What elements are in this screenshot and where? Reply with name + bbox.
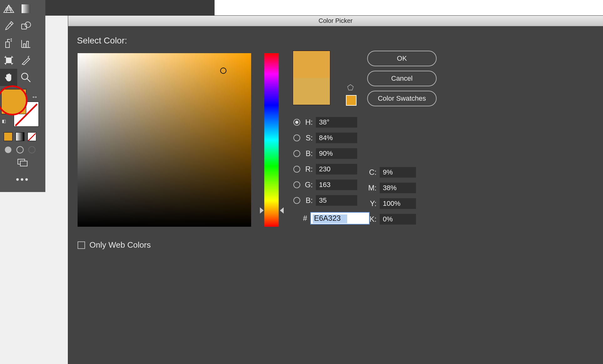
green-input[interactable] (316, 179, 357, 190)
svg-point-8 (29, 147, 35, 153)
only-web-colors-label: Only Web Colors (89, 240, 151, 250)
black-label: K: (367, 215, 377, 224)
cancel-button[interactable]: Cancel (367, 71, 437, 86)
saturation-radio[interactable] (293, 134, 300, 141)
ok-button[interactable]: OK (367, 51, 437, 66)
cmyk-fields: C: M: Y: K: (367, 167, 416, 225)
svg-rect-10 (20, 161, 27, 166)
select-color-heading: Select Color: (77, 36, 594, 46)
gradient-tool-icon[interactable] (17, 0, 34, 17)
yellow-label: Y: (367, 199, 377, 208)
hex-input[interactable] (310, 212, 370, 225)
fill-stroke-swatches: ↔ ◧ (0, 88, 45, 132)
zoom-tool-icon[interactable] (17, 69, 34, 86)
blue-radio[interactable] (293, 197, 300, 204)
color-swatches-button[interactable]: Color Swatches (367, 91, 437, 106)
black-input[interactable] (380, 214, 416, 225)
brightness-input[interactable] (316, 148, 357, 159)
screen-mode-icon[interactable] (17, 157, 29, 168)
screen-mode-row (0, 145, 45, 154)
hue-slider-handle-left[interactable] (260, 207, 264, 214)
sat-field-cursor[interactable] (220, 68, 226, 74)
cyan-label: C: (367, 168, 377, 177)
color-preview (293, 51, 330, 105)
hex-label: # (293, 214, 307, 223)
edit-toolbar-icon[interactable]: ••• (0, 174, 45, 185)
svg-point-6 (5, 147, 12, 153)
yellow-input[interactable] (380, 198, 416, 209)
swap-fill-stroke-icon[interactable]: ↔ (31, 93, 38, 101)
dialog-title: Color Picker (319, 17, 353, 24)
color-mode-none[interactable] (28, 132, 36, 141)
draw-normal-icon[interactable] (4, 145, 13, 154)
new-color-preview (293, 51, 330, 78)
svg-rect-0 (22, 4, 30, 13)
svg-point-5 (22, 73, 28, 79)
svg-point-7 (17, 147, 23, 153)
canvas-area (215, 0, 603, 16)
blue-input[interactable] (316, 195, 357, 206)
color-mode-solid[interactable] (4, 132, 13, 141)
perspective-grid-tool-icon[interactable] (0, 0, 17, 17)
column-graph-tool-icon[interactable] (17, 34, 34, 52)
svg-rect-4 (6, 58, 11, 63)
hue-input[interactable] (316, 117, 357, 128)
color-mode-gradient[interactable] (16, 132, 24, 141)
blend-tool-icon[interactable] (17, 17, 34, 34)
eyedropper-tool-icon[interactable] (0, 17, 17, 34)
dialog-titlebar[interactable]: Color Picker (68, 16, 603, 26)
artboard-tool-icon[interactable] (0, 52, 17, 69)
tools-panel: ↔ ◧ ••• (0, 0, 45, 192)
draw-behind-icon[interactable] (16, 145, 24, 154)
svg-rect-3 (6, 42, 9, 48)
brightness-label: B: (303, 149, 313, 158)
web-colors-row: Only Web Colors (78, 240, 151, 250)
color-mode-row (0, 132, 45, 141)
hue-label: H: (303, 118, 313, 127)
hue-radio[interactable] (293, 119, 300, 126)
only-web-colors-checkbox[interactable] (78, 241, 85, 249)
red-input[interactable] (316, 164, 357, 174)
workspace-background (45, 0, 215, 16)
slice-tool-icon[interactable] (17, 52, 34, 69)
red-label: R: (303, 165, 313, 174)
saturation-label: S: (303, 134, 313, 142)
hue-slider[interactable] (264, 53, 279, 227)
draw-inside-icon[interactable] (28, 145, 36, 154)
hue-slider-handle-right[interactable] (280, 207, 284, 214)
saturation-brightness-field[interactable] (78, 53, 251, 227)
red-radio[interactable] (293, 166, 300, 173)
saturation-input[interactable] (316, 133, 357, 143)
color-picker-dialog: Color Picker Select Color: ⬠ OK Cancel C… (68, 16, 603, 364)
hsv-rgb-fields: H: S: B: R: G: (293, 117, 370, 225)
green-label: G: (303, 180, 313, 189)
hand-tool-icon[interactable] (0, 69, 17, 86)
green-radio[interactable] (293, 181, 300, 188)
cyan-input[interactable] (380, 167, 416, 178)
default-fill-stroke-icon[interactable]: ◧ (2, 119, 6, 124)
svg-point-2 (25, 22, 31, 28)
magenta-label: M: (367, 184, 377, 192)
magenta-input[interactable] (380, 183, 416, 193)
brightness-radio[interactable] (293, 150, 300, 157)
current-color-preview[interactable] (293, 78, 330, 105)
out-of-gamut-icon[interactable]: ⬠ (347, 83, 354, 92)
closest-web-color-swatch[interactable] (346, 95, 357, 106)
blue-label: B: (303, 196, 313, 205)
symbol-sprayer-tool-icon[interactable] (0, 34, 17, 52)
